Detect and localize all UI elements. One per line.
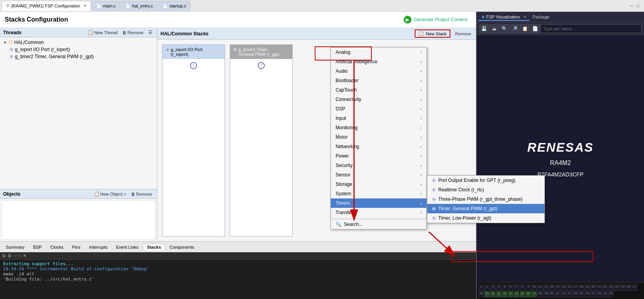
minimize-icon[interactable]: ─: [630, 3, 633, 9]
pin-cell[interactable]: 5: [502, 284, 507, 291]
remove-thread-btn[interactable]: 🗑 Remove: [121, 30, 145, 35]
pin-cell[interactable]: 22: [602, 284, 608, 291]
pin-cell[interactable]: 28: [478, 291, 484, 297]
pin-search-input[interactable]: [541, 24, 642, 33]
menu-item-timers[interactable]: Timers ›: [331, 198, 426, 208]
pin-cell[interactable]: 40: [549, 291, 555, 297]
info-circle-timer[interactable]: i: [258, 62, 265, 69]
pin-cell[interactable]: 6: [508, 284, 513, 291]
generate-project-btn[interactable]: ▶ Generate Project Content: [400, 14, 471, 25]
pin-cell[interactable]: 11: [537, 284, 543, 291]
remove-stack-btn[interactable]: Remove: [454, 31, 473, 37]
tab-close-btn[interactable]: ✕: [83, 4, 87, 8]
tab-interrupts[interactable]: Interrupts: [85, 244, 112, 250]
pin-cell[interactable]: 29: [484, 291, 490, 297]
pin-cell[interactable]: 2: [484, 284, 490, 291]
menu-item-captouch[interactable]: CapTouch ›: [331, 85, 426, 95]
tab-startup-c[interactable]: 📄 startup.c: [158, 1, 190, 11]
menu-item-connectivity[interactable]: Connectivity ›: [331, 95, 426, 104]
threads-menu-btn[interactable]: ☰: [147, 29, 154, 35]
viz-zoom-in-btn[interactable]: 🔍: [500, 24, 509, 33]
info-circle-ioport[interactable]: i: [190, 62, 197, 69]
pin-cell[interactable]: 21: [596, 284, 602, 291]
pin-cell[interactable]: 49: [602, 291, 608, 297]
menu-item-networking[interactable]: Networking ›: [331, 142, 426, 151]
menu-item-power[interactable]: Power ›: [331, 151, 426, 161]
pin-cell[interactable]: 25: [620, 284, 626, 291]
menu-item-storage[interactable]: Storage ›: [331, 180, 426, 189]
pin-cell[interactable]: 10: [531, 284, 537, 291]
pin-cell[interactable]: 34: [514, 291, 519, 297]
viz-paste-btn[interactable]: 📄: [530, 24, 540, 33]
new-object-btn[interactable]: 📋 New Object >: [92, 191, 128, 197]
timers-submenu[interactable]: ⊕ Port Output Enable for GPT (r_poeg) ⊕ …: [427, 175, 545, 223]
pin-cell[interactable]: 18: [579, 284, 584, 291]
menu-item-system[interactable]: System ›: [331, 189, 426, 198]
pin-cell[interactable]: 46: [585, 291, 590, 297]
menu-item-input[interactable]: Input ›: [331, 114, 426, 123]
tab-summary[interactable]: Summary: [2, 244, 29, 250]
pin-cell[interactable]: 1: [478, 284, 484, 291]
pin-cell[interactable]: 30: [490, 291, 496, 297]
pin-cell[interactable]: 42: [561, 291, 566, 297]
menu-item-bootloader[interactable]: Bootloader ›: [331, 76, 426, 85]
fsp-viz-close[interactable]: ✕: [523, 15, 526, 19]
pin-cell[interactable]: 12: [543, 284, 549, 291]
pin-cell[interactable]: 26: [626, 284, 631, 291]
submenu-item-agt[interactable]: ⊕ Timer, Low-Power (r_agt): [427, 213, 544, 223]
submenu-item-gpt[interactable]: ⊕ Timer, General PWM (r_gpt): [427, 204, 544, 213]
new-thread-btn[interactable]: 📋 New Thread: [86, 29, 119, 35]
tab-hal-entry-c[interactable]: 📄 hal_entry.c: [121, 1, 157, 11]
pin-cell[interactable]: 39: [543, 291, 549, 297]
submenu-item-poeg[interactable]: ⊕ Port Output Enable for GPT (r_poeg): [427, 176, 544, 185]
menu-item-security[interactable]: Security ›: [331, 161, 426, 170]
pin-cell[interactable]: 20: [590, 284, 596, 291]
tab-pins[interactable]: Pins: [68, 244, 85, 250]
menu-item-ai[interactable]: Artificial Intelligence ›: [331, 57, 426, 66]
pin-cell[interactable]: 23: [608, 284, 614, 291]
pin-cell[interactable]: 47: [590, 291, 596, 297]
pin-cell[interactable]: 17: [573, 284, 578, 291]
menu-item-analog[interactable]: Analog ›: [331, 48, 426, 57]
pin-cell[interactable]: 13: [549, 284, 555, 291]
tab-bsp[interactable]: BSP: [29, 244, 46, 250]
pin-cell[interactable]: 41: [555, 291, 561, 297]
tab-main-c[interactable]: 📄 main.c: [92, 1, 120, 11]
viz-zoom-out-btn[interactable]: 🔎: [510, 24, 519, 33]
pin-cell[interactable]: 9: [526, 284, 531, 291]
menu-item-transfer[interactable]: Transfer ›: [331, 208, 426, 217]
tree-item-ioport[interactable]: ⊕ g_ioport I/O Port (r_ioport): [8, 46, 155, 53]
submenu-item-rtc[interactable]: ⊕ Realtime Clock (r_rtc): [427, 185, 544, 194]
tab-event-links[interactable]: Event Links: [112, 244, 143, 250]
context-menu[interactable]: Analog › Artificial Intelligence › Audio…: [330, 47, 427, 229]
pin-cell[interactable]: 35: [520, 291, 525, 297]
pin-cell[interactable]: 45: [579, 291, 584, 297]
pin-cell[interactable]: 50: [608, 291, 614, 297]
pin-cell[interactable]: 43: [567, 291, 572, 297]
viz-mountain-btn[interactable]: ⛰: [489, 24, 499, 33]
console-settings-btn[interactable]: ⚙: [7, 253, 12, 259]
pin-cell[interactable]: 27: [632, 284, 637, 291]
pin-cell[interactable]: 48: [596, 291, 602, 297]
menu-item-sensor[interactable]: Sensor ›: [331, 170, 426, 180]
pin-cell[interactable]: 44: [573, 291, 578, 297]
tree-item-halcommon[interactable]: ▼ ⬡ HAL/Common: [2, 39, 155, 46]
stack-block-ioport[interactable]: ⊕ g_ioport I/O Port(r_ioport) i: [162, 44, 225, 237]
pin-cell[interactable]: 15: [561, 284, 566, 291]
pin-cell[interactable]: 7: [514, 284, 519, 291]
console-close-btn[interactable]: ✕: [23, 253, 27, 259]
viz-save-btn[interactable]: 💾: [479, 24, 489, 33]
pin-cell[interactable]: 4: [496, 284, 502, 291]
pin-cell[interactable]: 14: [555, 284, 561, 291]
menu-item-dsp[interactable]: DSP ›: [331, 104, 426, 114]
tab-package[interactable]: Package: [530, 14, 553, 21]
pin-cell[interactable]: 3: [490, 284, 496, 291]
viz-copy-btn[interactable]: 📋: [520, 24, 530, 33]
stack-block-timer[interactable]: ⊕ g_timer2 Timer,General PWM (r_gpt) i: [230, 44, 293, 237]
maximize-icon[interactable]: □: [637, 3, 639, 9]
pin-cell[interactable]: 31: [496, 291, 502, 297]
menu-item-motor[interactable]: Motor ›: [331, 132, 426, 142]
tab-stacks[interactable]: Stacks: [143, 244, 165, 250]
submenu-item-threephase[interactable]: ⊕ Three-Phase PWM (r_gpt_three_phase): [427, 194, 544, 204]
pin-cell[interactable]: 24: [614, 284, 620, 291]
